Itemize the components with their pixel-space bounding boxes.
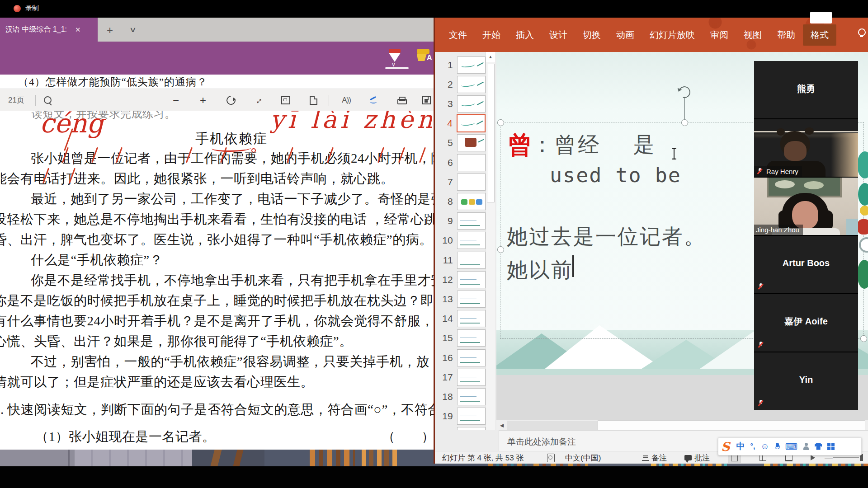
ribbon-tab-审阅[interactable]: 审阅	[703, 24, 736, 46]
scrollbar-track[interactable]	[507, 421, 598, 430]
slide-thumb-image[interactable]	[457, 349, 486, 366]
scrollbar-thumb[interactable]	[598, 420, 865, 431]
selection-handle-bottom-right[interactable]	[860, 335, 867, 342]
ribbon-tab-开始[interactable]: 开始	[475, 24, 508, 46]
ribbon-tab-格式[interactable]: 格式	[803, 24, 836, 46]
ribbon-tab-幻灯片放映[interactable]: 幻灯片放映	[642, 24, 703, 46]
slide-thumb-image[interactable]	[457, 252, 486, 269]
tab-list-chevron-icon[interactable]: ∨	[129, 25, 137, 34]
ime-skin-icon[interactable]	[815, 443, 822, 450]
slide-thumb-image[interactable]	[457, 114, 486, 132]
participant-tile-Ray-Henry[interactable]: Ray Henry	[754, 119, 858, 177]
fit-width-button[interactable]: ↔	[245, 87, 272, 113]
read-aloud-button[interactable]: A))	[336, 89, 356, 111]
ime-person-icon[interactable]	[803, 443, 809, 450]
slide-thumb-image[interactable]	[457, 193, 486, 210]
ribbon-tab-插入[interactable]: 插入	[508, 24, 542, 46]
slide-thumb-image[interactable]	[457, 310, 486, 327]
slide-thumb-image[interactable]	[457, 408, 486, 425]
slide-thumbnail-10[interactable]: 10	[435, 231, 486, 250]
ime-punctuation-icon[interactable]: °,	[750, 442, 755, 450]
slide-thumbnail-19[interactable]: 19	[435, 407, 486, 426]
ribbon-tab-设计[interactable]: 设计	[542, 24, 575, 46]
ime-toolbox-grid-icon[interactable]	[827, 443, 834, 450]
slide-thumbnail-17[interactable]: 17	[435, 367, 486, 387]
ime-emoji-icon[interactable]: ☺	[760, 441, 769, 451]
accessibility-icon[interactable]	[547, 451, 555, 464]
new-tab-button[interactable]: +	[107, 24, 113, 37]
slide-thumbnail-11[interactable]: 11	[435, 250, 486, 270]
zoom-in-button[interactable]: +	[195, 89, 211, 111]
ime-chinese-mode-icon[interactable]: 中	[736, 441, 745, 452]
selection-handle-left[interactable]	[497, 246, 504, 253]
text-highlighter-icon[interactable]: A	[416, 49, 434, 65]
sogou-logo-icon[interactable]: S	[721, 440, 730, 454]
slide-thumb-image[interactable]	[457, 388, 486, 405]
rotation-handle-icon[interactable]	[676, 84, 693, 100]
slide-thumb-image[interactable]	[457, 369, 486, 386]
slide-thumb-image[interactable]	[457, 154, 486, 171]
slide-thumbnail-14[interactable]: 14	[435, 309, 486, 328]
ribbon-tab-文件[interactable]: 文件	[441, 24, 475, 46]
slide-thumb-image[interactable]	[457, 174, 486, 191]
notes-toggle[interactable]: 备注	[642, 451, 667, 464]
print-button[interactable]	[394, 89, 409, 111]
slide-thumbnail-5[interactable]: 5	[435, 133, 486, 153]
slide-thumb-image[interactable]	[457, 95, 486, 113]
slide-thumbnail-12[interactable]: 12	[435, 270, 486, 289]
browser-tab[interactable]: 汉语 中级综合 1_1: ✕	[0, 18, 98, 42]
participant-tile-Artur-Boos[interactable]: Artur Boos	[754, 236, 858, 293]
slide-thumbnail-6[interactable]: 6	[435, 153, 486, 172]
selection-handle-top-center[interactable]	[681, 119, 688, 126]
page-view-button[interactable]	[306, 89, 321, 111]
ribbon-tab-视图[interactable]: 视图	[736, 24, 769, 46]
slide-thumbnail-15[interactable]: 15	[435, 328, 486, 348]
participant-tile-熊勇[interactable]: 熊勇	[754, 61, 858, 118]
ink-pen-button[interactable]	[366, 89, 382, 111]
rotate-button[interactable]	[223, 89, 239, 111]
slide-thumbnail-3[interactable]: 3	[435, 94, 486, 113]
participant-tile-嘉伊-Aoife[interactable]: 嘉伊 Aoife	[754, 294, 858, 352]
fit-page-button[interactable]	[278, 89, 293, 111]
slide-thumbnail-4[interactable]: 4	[435, 114, 486, 133]
tab-close-icon[interactable]: ✕	[75, 26, 81, 34]
slide-thumb-image[interactable]	[457, 291, 486, 308]
tell-me-lightbulb-icon[interactable]	[857, 28, 866, 38]
slide-thumb-image[interactable]	[457, 212, 486, 230]
slide-thumbnail-7[interactable]: 7	[435, 172, 486, 192]
ribbon-tab-动画[interactable]: 动画	[609, 24, 642, 46]
search-icon[interactable]	[40, 89, 55, 111]
slide-thumb-image[interactable]	[457, 329, 486, 347]
slide-thumbnail-2[interactable]: 2	[435, 75, 486, 94]
slide-thumb-image[interactable]	[457, 232, 486, 249]
participant-tile-Jing-han-Zhou[interactable]: Jing-han Zhou	[754, 178, 858, 235]
pdf-document[interactable]: 读短文，并按要求完成练习。 céng 手机依赖症 yī lài zhèng 张小…	[0, 111, 434, 450]
slide-thumb-image[interactable]	[457, 134, 486, 151]
slide-thumb-image[interactable]	[457, 56, 486, 74]
slide-panel-scrollbar[interactable]: ▲ ▼	[486, 52, 495, 447]
floating-control-box[interactable]	[810, 12, 832, 23]
ime-keyboard-icon[interactable]: ⌨	[785, 441, 797, 452]
save-button[interactable]	[420, 89, 433, 111]
draw-pen-icon[interactable]: ∨	[387, 49, 402, 65]
ime-voice-icon[interactable]	[775, 443, 780, 450]
participant-tile-Yin[interactable]: Yin	[754, 352, 858, 410]
slide-thumb-image[interactable]	[457, 76, 486, 93]
ribbon-tab-切换[interactable]: 切换	[575, 24, 609, 46]
ribbon-tab-帮助[interactable]: 帮助	[769, 24, 803, 46]
slide-thumbnail-8[interactable]: 8	[435, 192, 486, 211]
language-indicator[interactable]: 中文(中国)	[565, 451, 601, 464]
slide-thumb-image[interactable]	[457, 271, 486, 288]
slide-thumbnail-18[interactable]: 18	[435, 387, 486, 406]
selection-handle-top-left[interactable]	[497, 119, 504, 126]
scroll-left-arrow[interactable]: ◀	[496, 420, 507, 431]
slide-thumbnail-13[interactable]: 13	[435, 289, 486, 309]
slide-thumbnail-16[interactable]: 16	[435, 348, 486, 367]
zoom-slider[interactable]	[833, 457, 859, 458]
slide-thumbnail-1[interactable]: 1	[435, 55, 486, 75]
zoom-out-button[interactable]: −	[168, 89, 184, 111]
slide-thumbnail-9[interactable]: 9	[435, 211, 486, 231]
horizontal-scrollbar[interactable]: ◀	[496, 419, 868, 431]
scrollbar-thumb[interactable]	[487, 64, 495, 202]
scroll-up-arrow[interactable]: ▲	[486, 52, 495, 62]
